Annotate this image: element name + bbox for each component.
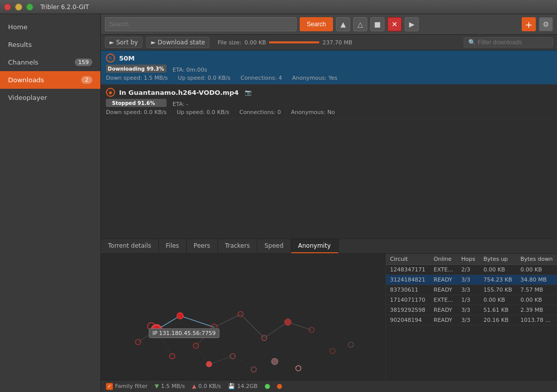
circuit-cell-2-0: 83730611 bbox=[386, 285, 430, 295]
downloads-list: ↻50MDownloading 99.3%ETA: 0m:00sDown spe… bbox=[101, 50, 557, 239]
node-17[interactable] bbox=[348, 342, 353, 347]
titlebar: Tribler 6.2.0-GIT bbox=[0, 0, 557, 14]
detail-tabs: Torrent detailsFilesPeersTrackersSpeedAn… bbox=[101, 239, 557, 254]
file-size-max: 237.70 MB bbox=[322, 39, 352, 46]
filter-search-box: 🔍 bbox=[464, 37, 553, 47]
circuit-cell-1-1: READY bbox=[430, 275, 458, 285]
tab-files[interactable]: Files bbox=[159, 239, 187, 253]
sort-by-dropdown[interactable]: ► Sort by bbox=[105, 37, 142, 48]
play-icon-btn[interactable]: ▶ bbox=[405, 17, 419, 31]
sidebar-item-results[interactable]: Results bbox=[0, 36, 100, 53]
node-16[interactable] bbox=[296, 366, 301, 371]
node-9[interactable] bbox=[309, 327, 314, 332]
circuit-cell-3-1: EXTE... bbox=[430, 295, 458, 305]
filterbar: ► Sort by ► Download state File size: 0.… bbox=[101, 35, 557, 50]
sidebar-label-downloads: Downloads bbox=[8, 76, 44, 84]
search-button[interactable]: Search bbox=[300, 17, 333, 31]
node-7[interactable] bbox=[261, 335, 266, 340]
circuit-row-2[interactable]: 83730611READY3/3155.70 KB7.57 MB bbox=[386, 285, 557, 295]
sidebar-label-home: Home bbox=[8, 23, 27, 31]
settings-button[interactable]: ⚙ bbox=[539, 17, 553, 31]
circuit-cell-4-3: 51.61 KB bbox=[479, 305, 516, 315]
circuit-row-1[interactable]: 3124184821READY3/3754.23 KB34.80 MB bbox=[386, 275, 557, 285]
download-item-dl1[interactable]: ↻50MDownloading 99.3%ETA: 0m:00sDown spe… bbox=[101, 50, 557, 85]
node-6[interactable] bbox=[238, 312, 243, 317]
minimize-button[interactable] bbox=[15, 4, 22, 11]
download-state-dropdown[interactable]: ► Download state bbox=[146, 37, 209, 48]
up-speed-value: 0.0 KB/s bbox=[198, 383, 221, 389]
family-filter-item: ✓ Family filter bbox=[106, 383, 147, 390]
node-8[interactable] bbox=[285, 319, 291, 325]
circuit-cell-4-2: 3/3 bbox=[457, 305, 479, 315]
sort-by-label: Sort by bbox=[116, 39, 138, 46]
node-5[interactable] bbox=[170, 354, 175, 359]
circuit-cell-0-0: 1248347171 bbox=[386, 265, 430, 275]
tab-speed[interactable]: Speed bbox=[257, 239, 291, 253]
file-size-min: 0.00 KB bbox=[244, 39, 266, 46]
node-12[interactable] bbox=[230, 354, 235, 359]
up-arrow-icon: ▲ bbox=[192, 383, 196, 389]
circuit-row-3[interactable]: 1714071170EXTE...1/30.00 KB0.00 KB bbox=[386, 295, 557, 305]
prev-icon-btn[interactable]: ▲ bbox=[336, 17, 350, 31]
download-item-dl2[interactable]: ●In Guantanamo.h264-VODO.mp4📷Stopped 91.… bbox=[101, 85, 557, 119]
tab-torrent_details[interactable]: Torrent details bbox=[101, 239, 159, 253]
main-layout: HomeResultsChannels159Downloads2Videopla… bbox=[0, 14, 557, 392]
dl-stat-dl1-0: Down speed: 1.5 MB/s bbox=[106, 75, 168, 81]
node-3[interactable] bbox=[211, 324, 217, 331]
family-filter-checkbox[interactable]: ✓ bbox=[106, 383, 113, 390]
tab-trackers[interactable]: Trackers bbox=[218, 239, 258, 253]
statusbar: ✓ Family filter ▼ 1.5 MB/s ▲ 0.0 KB/s 💾 … bbox=[101, 380, 557, 392]
node-11[interactable] bbox=[206, 362, 211, 367]
circuit-row-5[interactable]: 902048194READY3/320.16 KB1013.78 ... bbox=[386, 315, 557, 325]
tooltip-node[interactable] bbox=[151, 325, 162, 335]
tab-anonymity[interactable]: Anonymity bbox=[291, 239, 339, 253]
progress-bar-container-dl2: Stopped 91.6% bbox=[106, 99, 166, 107]
size-slider[interactable] bbox=[269, 41, 319, 43]
close-button[interactable] bbox=[4, 4, 11, 11]
dl-stats-dl1: Down speed: 1.5 MB/sUp speed: 0.0 KB/sCo… bbox=[106, 75, 552, 81]
next-icon-btn[interactable]: △ bbox=[353, 17, 367, 31]
node-13[interactable] bbox=[251, 367, 256, 372]
file-size-label: File size: bbox=[217, 39, 241, 46]
node-14[interactable] bbox=[330, 349, 335, 354]
filter-search-input[interactable] bbox=[478, 39, 548, 46]
add-button[interactable]: + bbox=[522, 17, 536, 31]
circuit-col-3: Bytes up bbox=[479, 254, 516, 265]
dl-state-arrow: ► bbox=[151, 39, 155, 46]
sidebar-badge-channels: 159 bbox=[75, 59, 92, 66]
svg-line-1 bbox=[180, 316, 214, 327]
circuit-col-0: Circuit bbox=[386, 254, 430, 265]
down-speed-item: ▼ 1.5 MB/s bbox=[154, 383, 185, 389]
maximize-button[interactable] bbox=[26, 4, 33, 11]
node-15[interactable] bbox=[271, 358, 278, 365]
progress-bar-container-dl1: Downloading 99.3% bbox=[106, 65, 166, 73]
node-2[interactable] bbox=[177, 313, 184, 319]
svg-line-11 bbox=[233, 356, 254, 369]
sidebar-item-videoplayer[interactable]: Videoplayer bbox=[0, 89, 100, 106]
remove-icon-btn[interactable]: ✕ bbox=[387, 17, 402, 31]
node-10[interactable] bbox=[193, 343, 198, 348]
sidebar-item-home[interactable]: Home bbox=[0, 18, 100, 36]
hdd-item: 💾 14.2GB bbox=[228, 383, 258, 389]
circuit-cell-0-4: 0.00 KB bbox=[516, 265, 557, 275]
sidebar-item-channels[interactable]: Channels159 bbox=[0, 53, 100, 71]
size-slider-track bbox=[269, 41, 319, 43]
dl-progress-row-dl1: Downloading 99.3%ETA: 0m:00s bbox=[106, 65, 552, 75]
node-4[interactable] bbox=[135, 340, 140, 345]
tab-peers[interactable]: Peers bbox=[187, 239, 218, 253]
circuit-col-4: Bytes down bbox=[516, 254, 557, 265]
sidebar-label-results: Results bbox=[8, 41, 32, 48]
stop-icon-btn[interactable]: ■ bbox=[370, 17, 384, 31]
svg-line-7 bbox=[288, 322, 312, 330]
progress-bar-fill-dl2: Stopped 91.6% bbox=[106, 99, 161, 107]
circuit-row-0[interactable]: 1248347171EXTE...2/30.00 KB0.00 KB bbox=[386, 265, 557, 275]
circuit-table-container: CircuitOnlineHopsBytes upBytes down 1248… bbox=[385, 254, 557, 380]
dl-stat-dl2-2: Connections: 0 bbox=[239, 109, 281, 116]
circuit-row-4[interactable]: 3819292598READY3/351.61 KB2.39 MB bbox=[386, 305, 557, 315]
dl-stat-dl2-3: Anonymous: No bbox=[291, 109, 335, 116]
circuit-col-2: Hops bbox=[457, 254, 479, 265]
search-input[interactable] bbox=[105, 17, 297, 31]
dl-stat-dl1-1: Up speed: 0.0 KB/s bbox=[178, 75, 231, 81]
circuit-cell-5-3: 20.16 KB bbox=[479, 315, 516, 325]
sidebar-item-downloads[interactable]: Downloads2 bbox=[0, 71, 100, 89]
